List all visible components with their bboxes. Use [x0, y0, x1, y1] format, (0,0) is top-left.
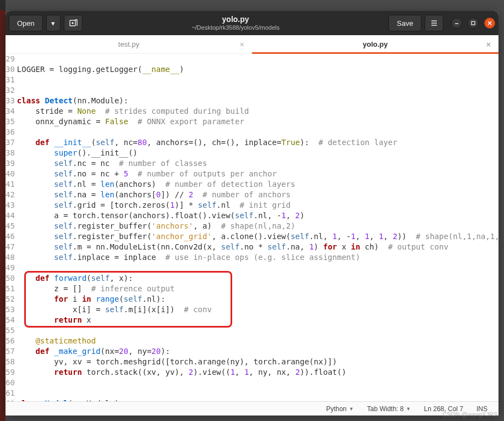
code-line[interactable] [17, 378, 498, 388]
maximize-icon [470, 20, 476, 26]
code-line[interactable]: def __init__(self, nc=80, anchors=(), ch… [17, 137, 498, 148]
status-mode[interactable]: INS [476, 405, 487, 413]
code-line[interactable]: stride = None # strides computed during … [17, 106, 498, 117]
code-line[interactable] [17, 54, 498, 64]
new-tab-button[interactable] [64, 15, 83, 31]
line-number: 61 [6, 388, 15, 398]
code-line[interactable]: self.na = len(anchors[0]) // 2 # number … [17, 190, 498, 200]
chevron-down-icon: ▼ [349, 406, 354, 412]
code-line[interactable] [17, 85, 498, 96]
line-number: 55 [6, 325, 15, 336]
code-line[interactable]: yv, xv = torch.meshgrid([torch.arange(ny… [17, 357, 498, 367]
close-button[interactable] [484, 18, 495, 29]
line-number: 32 [6, 85, 15, 96]
code-area[interactable]: LOGGER = logging.getLogger(__name__) cla… [17, 54, 498, 401]
tab-close-icon[interactable]: × [486, 40, 491, 49]
tab-test-py[interactable]: test.py × [6, 35, 252, 53]
code-line[interactable] [17, 325, 498, 336]
code-line[interactable]: LOGGER = logging.getLogger(__name__) [17, 64, 498, 75]
code-line[interactable]: class Detect(nn.Module): [17, 96, 498, 106]
line-number: 60 [6, 378, 15, 388]
tab-close-icon[interactable]: × [240, 40, 244, 49]
tab-label: yolo.py [363, 40, 388, 48]
hamburger-menu-button[interactable] [425, 15, 443, 31]
code-line[interactable] [17, 75, 498, 85]
line-number: 30 [6, 64, 15, 75]
line-number: 33 [6, 96, 15, 106]
line-number: 43 [6, 200, 15, 210]
line-number: 48 [6, 252, 15, 263]
line-number: 53 [6, 304, 15, 315]
line-number: 44 [6, 210, 15, 221]
line-number: 37 [6, 137, 15, 148]
code-line[interactable]: self.nc = nc # number of classes [17, 158, 498, 169]
maximize-button[interactable] [468, 18, 479, 29]
tab-label: test.py [118, 40, 139, 48]
chevron-down-icon: ▼ [406, 406, 411, 412]
line-number: 36 [6, 127, 15, 137]
code-line[interactable]: for i in range(self.nl): [17, 294, 498, 304]
code-line[interactable]: self.inplace = inplace # use in-place op… [17, 252, 498, 263]
code-line[interactable] [17, 263, 498, 273]
open-button[interactable]: Open [9, 15, 43, 31]
code-editor[interactable]: 2930313233343536373839404142434445464748… [6, 54, 498, 401]
line-number: 50 [6, 273, 15, 284]
line-number: 38 [6, 148, 15, 158]
line-number: 62 [6, 398, 15, 401]
code-line[interactable]: self.register_buffer('anchors', a) # sha… [17, 221, 498, 231]
line-number: 47 [6, 242, 15, 252]
status-tab-width[interactable]: Tab Width: 8▼ [367, 405, 411, 413]
status-cursor[interactable]: Ln 268, Col 7 [424, 405, 463, 413]
line-number: 29 [6, 54, 15, 64]
line-number: 31 [6, 75, 15, 85]
code-line[interactable]: onnx_dynamic = False # ONNX export param… [17, 117, 498, 127]
code-line[interactable]: return torch.stack((xv, yv), 2).view((1,… [17, 367, 498, 378]
line-number: 34 [6, 106, 15, 117]
line-number: 42 [6, 190, 15, 200]
line-number: 54 [6, 315, 15, 325]
hamburger-icon [430, 19, 438, 27]
window-title: yolo.py [86, 15, 386, 24]
code-line[interactable]: a = torch.tensor(anchors).float().view(s… [17, 210, 498, 221]
tab-yolo-py[interactable]: yolo.py × [252, 35, 498, 53]
editor-window: Open ▾ yolo.py ~/Desktop/rk3588/yolov5/m… [6, 11, 498, 416]
line-number: 58 [6, 357, 15, 367]
save-button[interactable]: Save [388, 15, 421, 31]
desktop-left-strip [0, 0, 6, 421]
code-line[interactable]: super().__init__() [17, 148, 498, 158]
line-number: 46 [6, 231, 15, 242]
line-number: 59 [6, 367, 15, 378]
code-line[interactable]: self.m = nn.ModuleList(nn.Conv2d(x, self… [17, 242, 498, 252]
code-line[interactable]: class Model(nn.Module): [17, 398, 498, 401]
minimize-button[interactable] [451, 18, 462, 29]
new-tab-icon [69, 19, 78, 27]
line-number: 52 [6, 294, 15, 304]
code-line[interactable] [17, 127, 498, 137]
code-line[interactable]: def forward(self, x): [17, 273, 498, 284]
code-line[interactable]: self.grid = [torch.zeros(1)] * self.nl #… [17, 200, 498, 210]
line-number: 51 [6, 284, 15, 294]
open-dropdown-button[interactable]: ▾ [46, 15, 61, 31]
line-number: 45 [6, 221, 15, 231]
line-number-gutter: 2930313233343536373839404142434445464748… [6, 54, 17, 401]
code-line[interactable]: z = [] # inference output [17, 284, 498, 294]
line-number: 57 [6, 346, 15, 357]
code-line[interactable]: x[i] = self.m[i](x[i]) # conv [17, 304, 498, 315]
title-group: yolo.py ~/Desktop/rk3588/yolov5/models [86, 15, 386, 31]
chevron-down-icon: ▾ [51, 19, 55, 27]
minimize-icon [454, 20, 459, 26]
code-line[interactable] [17, 388, 498, 398]
code-line[interactable]: self.register_buffer('anchor_grid', a.cl… [17, 231, 498, 242]
code-line[interactable]: self.no = nc + 5 # number of outputs per… [17, 169, 498, 179]
svg-rect-7 [472, 21, 475, 25]
status-language[interactable]: Python▼ [326, 405, 354, 413]
code-line[interactable]: return x [17, 315, 498, 325]
window-subtitle: ~/Desktop/rk3588/yolov5/models [86, 24, 386, 31]
code-line[interactable]: @staticmethod [17, 336, 498, 346]
tab-bar: test.py × yolo.py × [6, 35, 498, 54]
titlebar: Open ▾ yolo.py ~/Desktop/rk3588/yolov5/m… [6, 11, 498, 35]
code-line[interactable]: self.nl = len(anchors) # number of detec… [17, 179, 498, 190]
line-number: 41 [6, 179, 15, 190]
code-line[interactable]: def _make_grid(nx=20, ny=20): [17, 346, 498, 357]
status-bar: Python▼ Tab Width: 8▼ Ln 268, Col 7 INS [6, 401, 498, 416]
